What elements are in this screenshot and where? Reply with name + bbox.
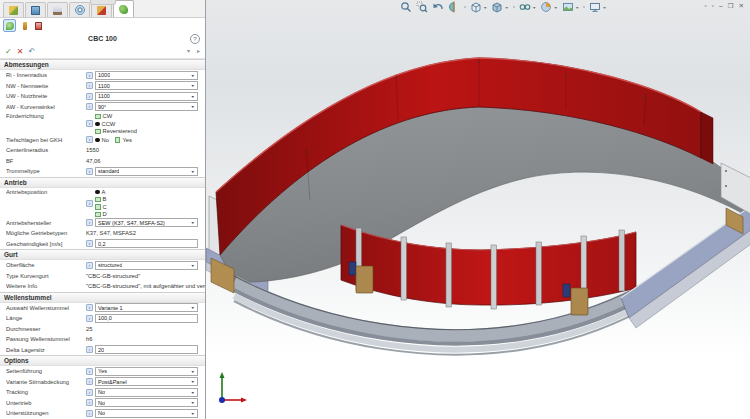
chevron-down-icon: ▼: [483, 5, 487, 9]
solidworks-window: CBC 100 ? ✓✕↶▸▾ AbmessungenRi - Innenrad…: [0, 0, 750, 419]
window-icon-a[interactable]: ▫: [704, 2, 706, 10]
displaymanager-icon: [97, 6, 106, 15]
configurator-export-icon[interactable]: [33, 20, 44, 31]
radio-group-tiefschlagen-bei-gkh: NoYes: [95, 137, 132, 144]
undo-icon[interactable]: ↶: [28, 47, 35, 57]
restore-icon[interactable]: ❐: [728, 2, 734, 10]
radio-option-yes[interactable]: Yes: [115, 137, 132, 144]
chevron-down-icon: ▼: [504, 5, 508, 9]
front-right-brass-bracket: [571, 288, 588, 315]
radio-option-d[interactable]: D: [95, 211, 107, 218]
dropdown-value: 1100: [98, 93, 110, 99]
apply-scene-icon[interactable]: ▼: [561, 1, 580, 13]
radio-option-a[interactable]: A: [95, 189, 107, 196]
param-control: iNoYes: [86, 136, 205, 143]
display-style-icon[interactable]: ▼: [490, 1, 509, 13]
dimxpertmanager-tab[interactable]: [69, 2, 90, 17]
dropdown-unterst-tzungen[interactable]: No▼: [95, 409, 198, 418]
param-label: Trommeltype: [6, 168, 86, 174]
dropdown-value: No: [98, 410, 105, 416]
close-icon[interactable]: ✕: [739, 2, 744, 10]
section-view-icon[interactable]: [447, 1, 461, 13]
radio-option-no[interactable]: No: [95, 137, 109, 144]
info-icon: i: [86, 346, 93, 353]
param-row-type-kurvengurt: Type Kurvengurt"CBC-GB-structured": [0, 271, 205, 282]
radio-unselected-icon: [95, 114, 101, 120]
dropdown-variante-stirnabdeckung[interactable]: Post&Panel▼: [95, 377, 198, 386]
view-settings-icon[interactable]: ▼: [588, 1, 607, 13]
section-header: Gurt: [0, 249, 205, 260]
chevron-down-icon: ▼: [191, 411, 195, 415]
chevron-down-icon: ▼: [575, 5, 579, 9]
featuremanager-tab[interactable]: [3, 2, 24, 17]
radio-option-label: C: [103, 204, 107, 210]
help-icon[interactable]: ?: [190, 34, 200, 44]
collapse-icon[interactable]: ▾: [187, 47, 190, 54]
zoom-area-icon[interactable]: [415, 1, 429, 13]
screw-icon: [725, 170, 727, 172]
dropdown-nw-nennweite[interactable]: 1100▼: [95, 81, 198, 90]
hide-show-items-icon[interactable]: ▼: [518, 1, 537, 13]
view-orientation-icon[interactable]: ▼: [469, 1, 488, 13]
zoom-fit-icon[interactable]: [399, 1, 413, 13]
pin-icon[interactable]: ▸: [197, 47, 200, 54]
radio-option-reversierend[interactable]: Reversierend: [95, 128, 137, 135]
dropdown-antriebshersteller[interactable]: SEW (K37, S47, MSFA-S2)▼: [95, 218, 198, 227]
dropdown-tracking[interactable]: No▼: [95, 388, 198, 397]
window-icon-b[interactable]: ▫: [712, 2, 714, 10]
param-label: Antriebshersteller: [6, 220, 86, 226]
minimize-icon[interactable]: –: [719, 2, 723, 10]
dropdown-uw-nutzbreite[interactable]: 1100▼: [95, 92, 198, 101]
dropdown-oberfl-che[interactable]: structured▼: [95, 261, 198, 270]
configurationmanager-icon: [53, 6, 62, 15]
param-row-bf: BF47,06: [0, 156, 205, 167]
configurator-addin-icon: [119, 5, 128, 14]
configurator-home-icon[interactable]: [3, 19, 16, 32]
param-control: h6: [86, 336, 205, 342]
dropdown-ri-innenradius[interactable]: 1000▼: [95, 71, 198, 80]
dropdown-aw-kurvenwinkel[interactable]: 90°▼: [95, 102, 198, 111]
cancel-icon[interactable]: ✕: [17, 47, 24, 57]
dropdown-untertrieb[interactable]: No▼: [95, 398, 198, 407]
radio-unselected-icon: [95, 129, 101, 135]
param-label: Förderrichtung: [6, 113, 86, 119]
param-label: Tracking: [6, 389, 86, 395]
param-control: iPost&Panel▼: [86, 377, 205, 386]
param-label: Ri - Innenradius: [6, 72, 86, 78]
graphics-viewport[interactable]: ▼▼▼▼▼▼ ▫▫–❐✕: [206, 0, 750, 419]
radio-option-c[interactable]: C: [95, 204, 107, 211]
input-delta-lagersitz[interactable]: 20: [95, 345, 198, 354]
radio-option-b[interactable]: B: [95, 196, 107, 203]
param-row-variante-stirnabdeckung: Variante StirnabdeckungiPost&Panel▼: [0, 377, 205, 388]
dropdown-auswahl-wellenstummel[interactable]: Variante 1▼: [95, 303, 198, 312]
document-window-controls: ▫▫–❐✕: [704, 2, 744, 10]
3d-model-curved-conveyor[interactable]: [206, 0, 750, 419]
param-label: Auswahl Wellenstummel: [6, 305, 86, 311]
info-icon: i: [86, 368, 93, 375]
chevron-down-icon: ▼: [191, 380, 195, 384]
dropdown-trommeltype[interactable]: standard▼: [95, 167, 198, 176]
radio-option-ccw[interactable]: CCW: [95, 121, 137, 128]
chevron-down-icon: ▼: [191, 84, 195, 88]
previous-view-icon[interactable]: [431, 1, 445, 13]
edit-appearance-icon[interactable]: ▼: [539, 1, 558, 13]
info-icon: i: [86, 378, 93, 385]
radio-option-cw[interactable]: CW: [95, 113, 137, 120]
propertymanager-tab[interactable]: [25, 2, 46, 17]
configurationmanager-tab[interactable]: [47, 2, 68, 17]
param-row-tiefschlagen-bei-gkh: Tiefschlagen bei GKHiNoYes: [0, 135, 205, 146]
panel-splitter-handle[interactable]: [90, 0, 116, 5]
page-title: CBC 100: [88, 35, 117, 42]
radio-option-label: D: [103, 211, 107, 217]
input-geschwindigkeit-m-s[interactable]: 0,2: [95, 239, 198, 248]
input-l-nge[interactable]: 100,0: [95, 314, 198, 323]
dropdown-seitenf-hrung[interactable]: Yes▼: [95, 367, 198, 376]
param-row-durchmesser: Durchmesser25: [0, 324, 205, 335]
ok-icon[interactable]: ✓: [5, 47, 12, 57]
static-value: K37, S47, MSFAS2: [86, 230, 136, 236]
static-value: 47,06: [86, 158, 101, 164]
chevron-down-icon: ▼: [191, 369, 195, 373]
configurator-addin-tab[interactable]: [113, 0, 134, 17]
section-header: Abmessungen: [0, 59, 205, 70]
configurator-part-icon[interactable]: [19, 20, 30, 31]
